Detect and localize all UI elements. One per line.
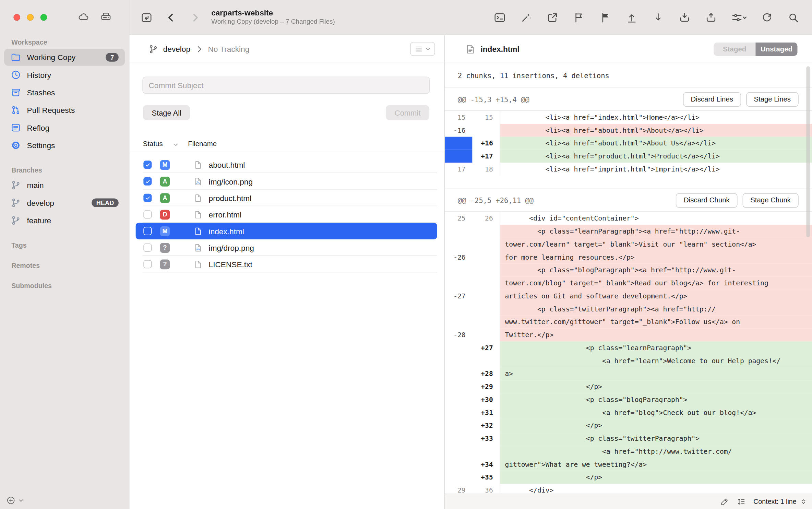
open-in-icon[interactable]: [546, 11, 559, 23]
diff-filename: index.html: [480, 45, 519, 54]
diff-code-line: articles on Git and software development…: [500, 289, 812, 303]
diff-row[interactable]: <p class="blogParagraph"><a href="http:/…: [445, 264, 812, 277]
diff-row[interactable]: +30 <p class="blogParagraph">: [445, 393, 812, 406]
sidebar-item-settings[interactable]: Settings: [4, 137, 125, 154]
sidebar-item-working-copy[interactable]: Working Copy7: [4, 49, 125, 66]
diff-code-line: tower.com/blog" target="_blank">Read our…: [500, 276, 812, 289]
segment-staged[interactable]: Staged: [714, 42, 755, 56]
pen-icon[interactable]: [720, 497, 729, 506]
diff-row[interactable]: +34gittower">What are we tweeting?</a>: [445, 458, 812, 471]
diff-row[interactable]: +27 <p class="learnParagraph">: [445, 341, 812, 354]
flag-icon[interactable]: [573, 11, 585, 23]
diff-row[interactable]: tower.com/blog" target="_blank">Read our…: [445, 276, 812, 289]
branch-icon: [148, 44, 158, 54]
checkbox[interactable]: [143, 244, 152, 252]
discard-lines-button[interactable]: Discard Lines: [683, 92, 741, 106]
cloud-icon[interactable]: [78, 11, 90, 23]
add-repository-chevron-icon[interactable]: [18, 498, 24, 504]
diff-row[interactable]: <p class="learnParagraph"><a href="http:…: [445, 225, 812, 238]
checkbox[interactable]: [143, 194, 152, 202]
commit-subject-input[interactable]: [142, 77, 430, 94]
add-repository-button[interactable]: [6, 496, 15, 505]
sidebar-item-stashes[interactable]: Stashes: [4, 84, 125, 101]
file-row-img-icon-png[interactable]: Aimg/icon.png: [136, 173, 437, 189]
stage-chunk-button[interactable]: Stage Chunk: [743, 193, 799, 208]
terminal-icon[interactable]: [493, 11, 506, 23]
column-header-filename[interactable]: Filename: [188, 140, 217, 148]
context-stepper[interactable]: [800, 498, 807, 505]
view-options-button[interactable]: [410, 42, 435, 56]
diff-row[interactable]: -16 <li><a href="about.html">About</a></…: [445, 124, 812, 137]
file-row-about-html[interactable]: Mabout.html: [136, 156, 437, 173]
refresh-icon[interactable]: [761, 11, 773, 23]
diff-row[interactable]: 2526 <div id="contentContainer">: [445, 212, 812, 225]
scrollbar-thumb[interactable]: [806, 66, 810, 237]
diff-row[interactable]: <a href="learn">Welcome to our Help page…: [445, 354, 812, 367]
magic-wand-icon[interactable]: [520, 11, 532, 23]
breadcrumb-branch[interactable]: develop: [163, 45, 190, 54]
stage-lines-button[interactable]: Stage Lines: [746, 92, 799, 106]
diff-row[interactable]: <p class="twitterParagraph"><a href="htt…: [445, 303, 812, 316]
forward-button[interactable]: [189, 11, 201, 23]
close-window-button[interactable]: [13, 14, 20, 21]
diff-row[interactable]: +32 </p>: [445, 419, 812, 432]
diff-row[interactable]: -28Twitter.</p>: [445, 328, 812, 341]
checkbox[interactable]: [143, 227, 152, 235]
file-row-product-html[interactable]: Aproduct.html: [136, 190, 437, 206]
working-copy-icon[interactable]: [140, 11, 153, 23]
diff-row[interactable]: -27articles on Git and software developm…: [445, 289, 812, 303]
checkbox[interactable]: [143, 177, 152, 185]
stash-save-icon[interactable]: [678, 11, 691, 23]
column-header-status[interactable]: Status: [143, 140, 163, 148]
chunk-buttons: Discard LinesStage Lines: [683, 92, 799, 106]
pull-icon[interactable]: [652, 11, 664, 23]
stash-apply-icon[interactable]: [705, 11, 717, 23]
checkbox[interactable]: [143, 210, 152, 218]
file-row-index-html[interactable]: Mindex.html: [136, 223, 437, 239]
diff-row[interactable]: tower.com/learn" target="_blank">Visit o…: [445, 238, 812, 251]
diff-row[interactable]: +29 </p>: [445, 380, 812, 393]
back-button[interactable]: [165, 11, 177, 23]
sidebar-item-feature[interactable]: feature: [4, 212, 125, 229]
new-line-number: +34: [472, 458, 500, 471]
discard-chunk-button[interactable]: Discard Chunk: [676, 193, 737, 208]
commit-button[interactable]: Commit: [386, 105, 429, 120]
zoom-window-button[interactable]: [40, 14, 47, 21]
file-row-error-html[interactable]: Derror.html: [136, 206, 437, 223]
diff-row[interactable]: +17 <li><a href="product.html">Product</…: [445, 150, 812, 163]
diff-row[interactable]: +35 </p>: [445, 471, 812, 484]
diff-row[interactable]: +31 <a href="blog">Check out our blog!</…: [445, 406, 812, 419]
status-filter-chevron-icon[interactable]: [173, 142, 179, 148]
breadcrumb-tracking[interactable]: No Tracking: [208, 45, 249, 54]
banner-icon[interactable]: [599, 11, 611, 23]
diff-row[interactable]: 1718 <li><a href="imprint.html">Imprint<…: [445, 163, 812, 176]
sidebar-item-reflog[interactable]: Reflog: [4, 119, 125, 136]
old-line-number: [445, 276, 472, 289]
sidebar-item-history[interactable]: History: [4, 66, 125, 83]
diff-row[interactable]: +33 <p class="twitterParagraph">: [445, 432, 812, 445]
minimize-window-button[interactable]: [27, 14, 34, 21]
line-spacing-icon[interactable]: [737, 497, 746, 506]
file-row-license-txt[interactable]: ?LICENSE.txt: [136, 256, 437, 272]
diff-row[interactable]: +28a>: [445, 367, 812, 380]
file-doc-icon: [194, 210, 203, 219]
push-icon[interactable]: [625, 11, 638, 23]
diff-row[interactable]: <a href="http://www.twitter.com/: [445, 445, 812, 458]
sidebar-item-develop[interactable]: developHEAD: [4, 194, 125, 211]
diff-row[interactable]: -26for more learning resources.</p>: [445, 251, 812, 264]
diff-row[interactable]: www.twitter.com/gittower" target="_blank…: [445, 316, 812, 329]
file-row-img-drop-png[interactable]: ?img/drop.png: [136, 239, 437, 256]
sidebar-item-pull-requests[interactable]: Pull Requests: [4, 102, 125, 119]
diff-row[interactable]: 1515 <li><a href="index.html">Home</a></…: [445, 111, 812, 124]
sidebar-item-main[interactable]: main: [4, 177, 125, 194]
diff-code-line: </p>: [500, 380, 812, 393]
stage-all-button[interactable]: Stage All: [143, 105, 190, 120]
search-icon[interactable]: [787, 11, 800, 23]
diff-row[interactable]: +16 <li><a href="about.html">About Us</a…: [445, 137, 812, 150]
segment-unstaged[interactable]: Unstaged: [755, 42, 797, 56]
checkbox[interactable]: [143, 161, 152, 169]
sidebar-section-branches: Branches: [11, 166, 124, 174]
checkbox[interactable]: [143, 260, 152, 268]
filter-icon[interactable]: [731, 11, 747, 23]
drive-icon[interactable]: [100, 11, 112, 23]
